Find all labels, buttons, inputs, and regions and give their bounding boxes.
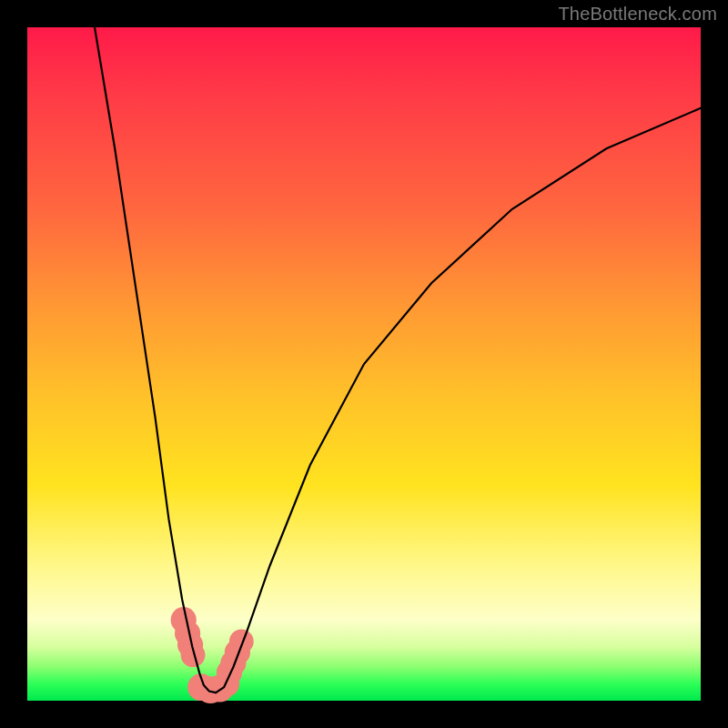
curve-right-branch: [216, 108, 701, 693]
bead-marker: [229, 630, 254, 654]
outer-frame: TheBottleneck.com: [0, 0, 728, 728]
bead-cluster: [171, 607, 254, 703]
watermark-text: TheBottleneck.com: [558, 4, 717, 25]
curve-left-branch: [95, 27, 216, 693]
chart-overlay: [27, 27, 701, 701]
